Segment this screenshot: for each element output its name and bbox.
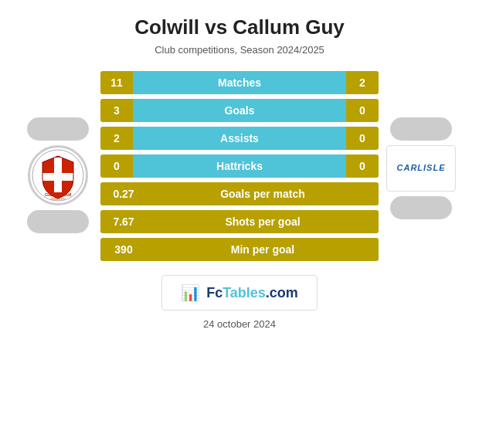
- stat-row-goals: 3 Goals 0: [100, 99, 379, 122]
- stat-shots-per-goal-label: Shots per goal: [147, 210, 379, 233]
- stat-matches-left: 11: [100, 71, 133, 94]
- stat-hattricks-left: 0: [100, 154, 133, 178]
- stat-hattricks-label: Hattricks: [133, 154, 346, 178]
- stat-row-shots-per-goal: 7.67 Shots per goal: [100, 210, 379, 233]
- stat-assists-label: Assists: [133, 127, 346, 150]
- stat-shots-per-goal-val: 7.67: [100, 210, 147, 233]
- stat-row-assists: 2 Assists 0: [100, 127, 379, 150]
- stat-matches-right: 2: [346, 71, 379, 94]
- stat-assists-left: 2: [100, 127, 133, 150]
- stat-goals-per-match-label: Goals per match: [147, 182, 379, 205]
- right-bottom-pill: [390, 196, 452, 219]
- stat-row-min-per-goal: 390 Min per goal: [100, 238, 379, 261]
- stat-matches-label: Matches: [133, 71, 346, 94]
- logo-right-area: CARLISLE: [379, 71, 464, 219]
- page-title: Colwill vs Callum Guy: [134, 15, 345, 39]
- stat-row-matches: 11 Matches 2: [100, 71, 379, 94]
- svg-rect-2: [42, 173, 73, 181]
- stat-min-per-goal-label: Min per goal: [147, 238, 379, 261]
- branding-box: 📊 FcTables.com: [161, 275, 318, 311]
- main-content: CHELTENHAM TOWN FC 11 Matches 2 3 Goals …: [8, 71, 471, 261]
- branding-text: FcTables.com: [206, 285, 298, 301]
- main-card: Colwill vs Callum Guy Club competitions,…: [0, 0, 479, 448]
- left-bottom-pill: [27, 210, 89, 233]
- right-top-pill: [390, 117, 452, 141]
- carlisle-logo: CARLISLE: [386, 145, 456, 192]
- cheltenham-crest: CHELTENHAM TOWN FC: [28, 145, 88, 205]
- stat-min-per-goal-val: 390: [100, 238, 147, 261]
- stat-hattricks-right: 0: [346, 154, 379, 178]
- carlisle-text: CARLISLE: [397, 163, 446, 173]
- logo-left-area: CHELTENHAM TOWN FC: [15, 71, 100, 233]
- stats-container: 11 Matches 2 3 Goals 0 2 Assists 0 0 Hat…: [100, 71, 379, 261]
- page-subtitle: Club competitions, Season 2024/2025: [155, 44, 324, 56]
- stat-row-goals-per-match: 0.27 Goals per match: [100, 182, 379, 205]
- stat-goals-right: 0: [346, 99, 379, 122]
- branding-icon: 📊: [181, 283, 200, 302]
- left-top-pill: [27, 117, 89, 141]
- date-footer: 24 october 2024: [203, 318, 276, 330]
- svg-text:TOWN FC: TOWN FC: [51, 197, 66, 201]
- stat-goals-left: 3: [100, 99, 133, 122]
- stat-row-hattricks: 0 Hattricks 0: [100, 154, 379, 178]
- stat-goals-label: Goals: [133, 99, 346, 122]
- stat-assists-right: 0: [346, 127, 379, 150]
- stat-goals-per-match-val: 0.27: [100, 182, 147, 205]
